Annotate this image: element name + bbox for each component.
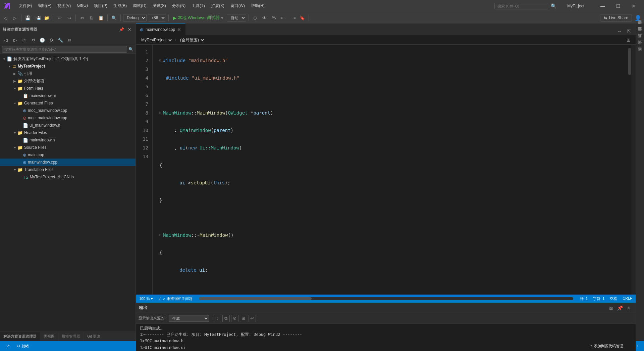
toolbar-open[interactable]: 📁	[43, 14, 51, 22]
output-find-btn[interactable]: ⊞	[240, 315, 247, 322]
platform-select[interactable]: x86	[148, 14, 166, 21]
sidebar-sync-btn[interactable]: ⟳	[20, 36, 28, 44]
toolbar-save[interactable]: 💾	[24, 14, 32, 22]
tree-project[interactable]: ▾ 🗂 MyTestProject	[0, 62, 136, 70]
toolbar-paste[interactable]: 📋	[97, 14, 105, 22]
menu-view[interactable]: 视图(V)	[55, 2, 73, 10]
menu-extensions[interactable]: 扩展(X)	[208, 2, 227, 10]
scroll-thumb[interactable]	[628, 48, 631, 75]
vtab-team[interactable]: 团队资源管理器	[636, 30, 644, 37]
menu-test[interactable]: 测试(S)	[150, 2, 169, 10]
menu-edit[interactable]: 编辑(E)	[35, 2, 54, 10]
output-wrap-btn[interactable]: ↩	[249, 315, 256, 322]
sidebar-refresh-btn[interactable]: ↺	[29, 36, 37, 44]
tree-source-files[interactable]: ▾ 📁 Source Files	[0, 144, 136, 151]
sidebar-history-btn[interactable]: 🕒	[38, 36, 46, 44]
menu-tools[interactable]: 工具(T)	[189, 2, 207, 10]
tree-ts-file[interactable]: ▶ TS MyTestProject_zh_CN.ts	[0, 173, 136, 181]
toolbar-save-all[interactable]: ⊞💾	[33, 14, 41, 22]
fold-icon-4[interactable]: ⊟	[159, 108, 162, 117]
menu-project[interactable]: 项目(P)	[91, 2, 110, 10]
sidebar-props-btn[interactable]: ⚙	[47, 36, 55, 44]
run-button[interactable]: ▶ 本地 Windows 调试器 ▾	[171, 14, 225, 22]
toolbar-find[interactable]: 🔍	[110, 14, 118, 22]
output-source-select[interactable]: 生成	[169, 315, 209, 322]
sidebar-search-input[interactable]	[2, 46, 127, 53]
tab-class-view[interactable]: 类视图	[40, 332, 58, 341]
split-editor-btn[interactable]: ↔	[615, 27, 624, 35]
toolbar-undo[interactable]: ↩	[56, 14, 64, 22]
tree-moc-cpp2[interactable]: ▶ ⊙ moc_mainwindow.cpp	[0, 114, 136, 122]
toolbar-back[interactable]: ◁	[1, 14, 9, 22]
expand-editor-btn[interactable]: ⇱	[625, 27, 633, 35]
sidebar-expand-btn[interactable]: ⊟	[65, 36, 73, 44]
toolbar-cut[interactable]: ✂	[78, 14, 86, 22]
status-ready-item[interactable]: ⊙ 就绪	[15, 343, 31, 349]
git-branch-item[interactable]: ⎇	[3, 343, 12, 349]
toolbar-copy[interactable]: ⎘	[88, 14, 96, 22]
menu-analyze[interactable]: 分析(N)	[169, 2, 189, 10]
tree-translation-files[interactable]: ▾ 📁 Translation Files	[0, 166, 136, 173]
tab-git-changes[interactable]: Git 更改	[84, 332, 104, 341]
menu-help[interactable]: 帮助(H)	[248, 2, 267, 10]
tree-mainwindow-cpp[interactable]: ▶ ⊕ mainwindow.cpp	[0, 159, 136, 166]
menu-file[interactable]: 文件(F)	[16, 2, 35, 10]
vtab-properties[interactable]: 属性	[636, 44, 644, 50]
breadcrumb-expand-btn[interactable]: ⊞	[625, 36, 632, 44]
sidebar-forward-btn[interactable]: ▷	[11, 36, 19, 44]
horizontal-scrollbar[interactable]	[199, 297, 573, 300]
tab-solution-explorer[interactable]: 解决方案资源管理器	[0, 332, 40, 341]
tree-moc-cpp1[interactable]: ▶ ⊕ moc_mainwindow.cpp	[0, 107, 136, 114]
breadcrumb-project-select[interactable]: MyTestProject	[139, 37, 173, 43]
tree-main-cpp[interactable]: ▶ ⊕ main.cpp	[0, 151, 136, 159]
toolbar-forward[interactable]: ▷	[11, 14, 19, 22]
tree-header-files[interactable]: ▾ 📁 Header Files	[0, 129, 136, 136]
menu-build[interactable]: 生成(B)	[111, 2, 129, 10]
toolbar-indent[interactable]: ≡→	[279, 14, 287, 22]
editor-tab-mainwindow-cpp[interactable]: ⊕ mainwindow.cpp ✕	[136, 24, 185, 35]
output-scrollbar[interactable]	[631, 324, 636, 351]
toolbar-comment[interactable]: /**/	[270, 14, 278, 22]
errors-status[interactable]: ✓ ✓ 未找到相关问题	[158, 296, 193, 301]
sidebar-wrench-btn[interactable]: 🔧	[56, 36, 64, 44]
tree-refs[interactable]: ▶ 📎 引用	[0, 70, 136, 77]
toolbar-unindent[interactable]: ←≡	[289, 14, 297, 22]
tree-mainwindow-h[interactable]: ▶ 📄 mainwindow.h	[0, 136, 136, 144]
close-button[interactable]: ✕	[626, 0, 641, 12]
fold-icon-11[interactable]: ⊟	[159, 231, 162, 239]
toolbar-breakpoints[interactable]: ⊙	[251, 14, 259, 22]
tree-generated-files[interactable]: ▾ 📁 Generated Files	[0, 99, 136, 107]
zoom-status[interactable]: 100 % ▾	[139, 297, 153, 301]
code-content[interactable]: ⊟#include "mainwindow.h" #include "ui_ma…	[153, 45, 627, 295]
toolbar-redo[interactable]: ↪	[65, 14, 73, 22]
account-button[interactable]: 👤	[633, 13, 643, 23]
tree-ui-h[interactable]: ▶ 📄 ui_mainwindow.h	[0, 122, 136, 129]
breadcrumb-scope-select[interactable]: (全局范围)	[178, 37, 205, 43]
output-scroll-btn[interactable]: ↕	[214, 315, 221, 322]
global-search-input[interactable]	[494, 3, 548, 9]
tree-external-deps[interactable]: ▶ 📁 外部依赖项	[0, 77, 136, 85]
menu-debug[interactable]: 调试(D)	[130, 2, 149, 10]
tree-mainwindow-ui[interactable]: ▶ 📋 mainwindow.ui	[0, 92, 136, 99]
add-source-control-btn[interactable]: ⊕ 添加到源代码管理	[587, 343, 625, 349]
output-clear-btn[interactable]: ⊘	[231, 315, 238, 322]
output-copy-btn[interactable]: ⧉	[222, 315, 230, 322]
tree-solution[interactable]: ▾ 📄 解决方案'MyTestProject'(1 个项目/共 1 个)	[0, 55, 136, 62]
vtab-resources[interactable]: 资源管理器	[636, 24, 644, 30]
debug-target-select[interactable]: 自动	[227, 14, 246, 21]
tree-form-files[interactable]: ▾ 📁 Form Files	[0, 85, 136, 92]
live-share-button[interactable]: ⇆ Live Share	[600, 14, 632, 21]
menu-window[interactable]: 窗口(W)	[228, 2, 248, 10]
fold-icon-1[interactable]: ⊟	[159, 56, 162, 65]
editor-scrollbar[interactable]	[627, 45, 632, 295]
output-pin-btn[interactable]: 📌	[616, 304, 624, 312]
minimize-button[interactable]: —	[595, 0, 610, 12]
menu-git[interactable]: Git(G)	[74, 2, 91, 10]
sidebar-back-btn[interactable]: ◁	[2, 36, 10, 44]
toolbar-bookmark[interactable]: 🔖	[298, 14, 306, 22]
output-close-btn[interactable]: ✕	[625, 304, 632, 312]
debug-config-select[interactable]: Debug	[123, 14, 147, 21]
tab-close-btn[interactable]: ✕	[177, 27, 181, 32]
vtab-translation[interactable]: 翻译	[636, 50, 644, 57]
sidebar-pin-btn[interactable]: 📌	[118, 26, 125, 33]
